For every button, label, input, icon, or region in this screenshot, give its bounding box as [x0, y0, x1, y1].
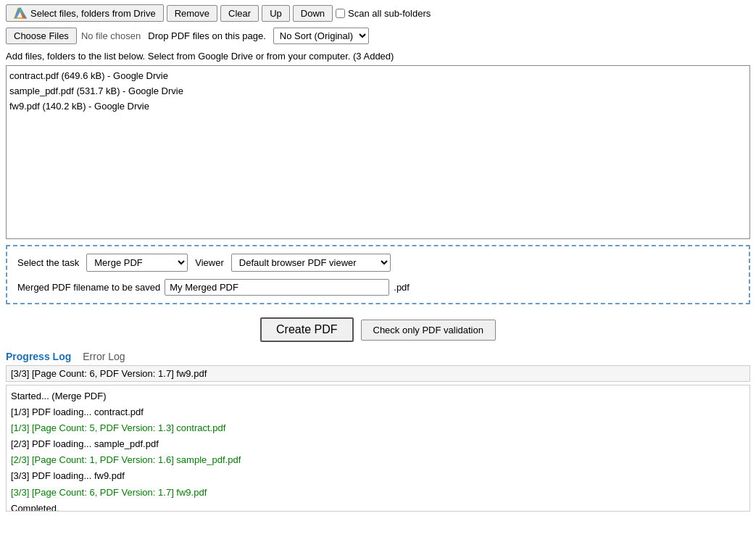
log-line: [2/3] [Page Count: 1, PDF Version: 1.6] … [11, 452, 745, 468]
choose-files-button[interactable]: Choose Files [6, 28, 77, 44]
error-log-tab[interactable]: Error Log [83, 351, 125, 362]
log-status-text: [3/3] [Page Count: 6, PDF Version: 1.7] … [11, 368, 207, 379]
scan-subfolder-label[interactable]: Scan all sub-folders [336, 8, 431, 19]
scan-subfolder-checkbox[interactable] [336, 9, 345, 18]
list-item: contract.pdf (649.6 kB) - Google Drvie [9, 69, 747, 84]
check-only-button[interactable]: Check only PDF validation [361, 320, 496, 341]
log-line: [1/3] PDF loading... contract.pdf [11, 404, 745, 420]
drop-label: Drop PDF files on this page. [148, 30, 266, 41]
file-list: contract.pdf (649.6 kB) - Google Drviesa… [6, 65, 750, 239]
no-file-chosen-label: No file chosen [81, 30, 141, 41]
viewer-label: Viewer [195, 257, 224, 268]
select-drive-label: Select files, folders from Drive [30, 8, 156, 19]
list-item: fw9.pdf (140.2 kB) - Google Drvie [9, 99, 747, 114]
down-button[interactable]: Down [293, 5, 333, 22]
toolbar-row2: Choose Files No file chosen Drop PDF fil… [0, 26, 756, 49]
task-section: Select the task Merge PDFSplit PDFCompre… [6, 245, 750, 304]
toolbar-row1: Select files, folders from Drive Remove … [0, 0, 756, 26]
file-list-items: contract.pdf (649.6 kB) - Google Drviesa… [9, 69, 747, 114]
log-line: [1/3] [Page Count: 5, PDF Version: 1.3] … [11, 420, 745, 436]
drive-icon [14, 7, 27, 19]
filename-row: Merged PDF filename to be saved .pdf [17, 279, 739, 296]
up-button[interactable]: Up [262, 5, 290, 22]
scan-subfolder-text: Scan all sub-folders [348, 8, 431, 19]
task-select[interactable]: Merge PDFSplit PDFCompress PDF [86, 254, 188, 272]
task-row: Select the task Merge PDFSplit PDFCompre… [17, 254, 739, 272]
remove-button[interactable]: Remove [167, 5, 217, 22]
clear-button[interactable]: Clear [220, 5, 259, 22]
log-status-bar: [3/3] [Page Count: 6, PDF Version: 1.7] … [6, 365, 750, 382]
filename-input[interactable] [165, 279, 389, 296]
filename-label: Merged PDF filename to be saved [17, 282, 160, 293]
log-line: Completed. [11, 501, 745, 512]
viewer-select[interactable]: Default browser PDF viewerAdobe AcrobatN… [231, 254, 391, 272]
task-label: Select the task [17, 257, 79, 268]
log-line: Started... (Merge PDF) [11, 388, 745, 404]
pdf-extension: .pdf [394, 282, 410, 293]
select-drive-button[interactable]: Select files, folders from Drive [6, 4, 164, 22]
info-text: Add files, folders to the list below. Se… [6, 51, 394, 62]
log-line: [3/3] PDF loading... fw9.pdf [11, 468, 745, 484]
progress-log-tab[interactable]: Progress Log [6, 351, 71, 362]
info-bar: Add files, folders to the list below. Se… [0, 49, 756, 65]
sort-select[interactable]: No Sort (Original)Sort A-ZSort Z-A [273, 28, 369, 44]
log-line: [3/3] [Page Count: 6, PDF Version: 1.7] … [11, 485, 745, 501]
log-lines: Started... (Merge PDF)[1/3] PDF loading.… [11, 388, 745, 512]
log-header: Progress Log Error Log [0, 349, 756, 365]
list-item: sample_pdf.pdf (531.7 kB) - Google Drvie [9, 84, 747, 99]
log-content: Started... (Merge PDF)[1/3] PDF loading.… [6, 385, 750, 512]
create-pdf-button[interactable]: Create PDF [260, 317, 353, 342]
action-bar: Create PDF Check only PDF validation [0, 310, 756, 349]
log-line: [2/3] PDF loading... sample_pdf.pdf [11, 436, 745, 452]
